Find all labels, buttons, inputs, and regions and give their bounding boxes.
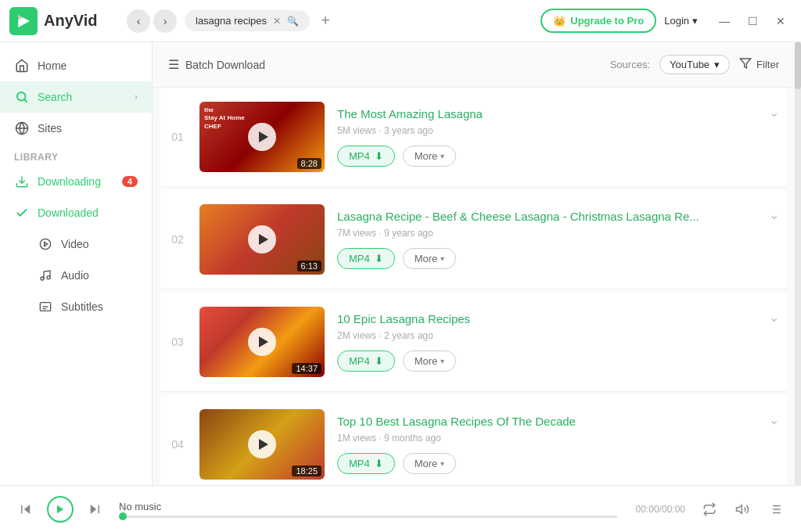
- sidebar-item-downloading[interactable]: Downloading 4: [0, 166, 152, 197]
- next-button[interactable]: [81, 496, 108, 523]
- more-button[interactable]: More ▾: [403, 146, 457, 167]
- more-chevron-icon: ▾: [440, 357, 444, 365]
- sites-label: Sites: [38, 122, 138, 135]
- svg-marker-20: [737, 505, 742, 513]
- thumb-duration: 14:37: [292, 363, 321, 374]
- mp4-button[interactable]: MP4 ⬇: [337, 350, 395, 372]
- upgrade-button[interactable]: 👑 Upgrade to Pro: [541, 9, 656, 33]
- header-right: Sources: YouTube ▾ Filter: [610, 55, 779, 74]
- play-overlay[interactable]: [248, 328, 276, 356]
- active-tab[interactable]: lasagna recipes ✕ 🔍: [185, 10, 310, 31]
- sidebar-item-downloaded[interactable]: Downloaded: [0, 197, 152, 228]
- main-layout: Home Search › Sites Library Downloading …: [0, 42, 801, 485]
- subtitles-icon: [38, 299, 53, 315]
- video-info: The Most Amazing Lasagna 5M views · 3 ye…: [337, 107, 756, 167]
- batch-download-label: Batch Download: [185, 59, 265, 71]
- new-tab-button[interactable]: +: [314, 10, 336, 32]
- nav-buttons: ‹ ›: [127, 9, 177, 33]
- forward-button[interactable]: ›: [153, 9, 177, 33]
- sidebar-item-subtitles[interactable]: Subtitles: [0, 291, 152, 322]
- back-button[interactable]: ‹: [127, 9, 150, 33]
- audio-icon: [38, 268, 53, 283]
- play-overlay[interactable]: [248, 225, 276, 253]
- thumb-duration: 6:13: [297, 261, 321, 271]
- thumbnail[interactable]: 14:37: [199, 307, 325, 377]
- sources-dropdown[interactable]: YouTube ▾: [659, 55, 730, 74]
- progress-track[interactable]: [119, 516, 617, 518]
- play-button[interactable]: [47, 496, 74, 523]
- collapse-button[interactable]: ⌄: [769, 204, 779, 222]
- downloading-badge: 4: [122, 176, 138, 187]
- more-chevron-icon: ▾: [440, 254, 444, 263]
- home-label: Home: [38, 59, 138, 72]
- mp4-button[interactable]: MP4 ⬇: [337, 146, 395, 167]
- content-area: ☰ Batch Download Sources: YouTube ▾ Filt…: [153, 42, 795, 485]
- logo-area: AnyVid: [9, 7, 119, 35]
- thumb-duration: 8:28: [297, 158, 321, 169]
- video-title[interactable]: 10 Epic Lasagna Recipes: [337, 312, 756, 325]
- sidebar-item-home[interactable]: Home: [0, 50, 152, 81]
- minimize-button[interactable]: —: [713, 10, 735, 32]
- thumbnail[interactable]: 6:13: [199, 204, 325, 275]
- source-chevron-icon: ▾: [714, 59, 720, 70]
- sidebar-item-sites[interactable]: Sites: [0, 113, 152, 144]
- subtitles-label: Subtitles: [61, 300, 138, 313]
- thumbnail[interactable]: 18:25: [199, 409, 325, 480]
- play-overlay[interactable]: [248, 430, 276, 458]
- sidebar-item-audio[interactable]: Audio: [0, 260, 152, 291]
- sites-icon: [14, 120, 30, 136]
- close-button[interactable]: ✕: [770, 10, 792, 32]
- downloading-label: Downloading: [38, 175, 114, 188]
- player-right-controls: [696, 496, 788, 523]
- repeat-button[interactable]: [696, 496, 723, 523]
- video-number: 01: [168, 131, 187, 143]
- video-meta: 2M views · 2 years ago: [337, 330, 756, 341]
- download-icon: ⬇: [375, 150, 383, 162]
- thumbnail[interactable]: theStay At HomeCHEF 8:28: [199, 102, 325, 172]
- play-overlay[interactable]: [248, 123, 276, 151]
- sidebar: Home Search › Sites Library Downloading …: [0, 42, 153, 485]
- collapse-button[interactable]: ⌄: [769, 102, 779, 120]
- collapse-button[interactable]: ⌄: [769, 307, 779, 325]
- previous-button[interactable]: [13, 496, 39, 523]
- more-button[interactable]: More ▾: [403, 350, 457, 372]
- sources-label: Sources:: [610, 59, 650, 70]
- more-chevron-icon: ▾: [440, 459, 444, 468]
- sidebar-item-search[interactable]: Search ›: [0, 81, 152, 113]
- more-button[interactable]: More ▾: [403, 453, 457, 474]
- player-controls: [13, 496, 108, 523]
- video-actions: MP4 ⬇ More ▾: [337, 350, 756, 372]
- volume-button[interactable]: [729, 496, 756, 523]
- filter-button[interactable]: Filter: [739, 57, 779, 72]
- filter-label: Filter: [756, 59, 779, 70]
- scrollbar[interactable]: [795, 42, 801, 485]
- mp4-label: MP4: [349, 458, 370, 469]
- more-button[interactable]: More ▾: [403, 248, 457, 269]
- progress-area: No music: [119, 501, 617, 518]
- playlist-button[interactable]: [762, 496, 788, 523]
- maximize-button[interactable]: ☐: [742, 10, 763, 32]
- sidebar-item-video[interactable]: Video: [0, 228, 152, 260]
- filter-icon: [739, 57, 752, 72]
- video-title[interactable]: Lasagna Recipe - Beef & Cheese Lasagna -…: [337, 210, 756, 223]
- tab-close-icon[interactable]: ✕: [273, 16, 281, 27]
- batch-download-button[interactable]: ☰ Batch Download: [168, 57, 265, 72]
- video-title[interactable]: Top 10 Best Lasagna Recipes Of The Decad…: [337, 415, 756, 428]
- mp4-button[interactable]: MP4 ⬇: [337, 453, 395, 474]
- svg-marker-17: [57, 505, 63, 513]
- mp4-label: MP4: [349, 150, 370, 162]
- mp4-button[interactable]: MP4 ⬇: [337, 248, 395, 269]
- mp4-label: MP4: [349, 253, 370, 264]
- svg-marker-14: [740, 59, 750, 68]
- video-number: 02: [168, 233, 187, 246]
- thumb-duration: 18:25: [292, 466, 321, 476]
- video-meta: 7M views · 9 years ago: [337, 228, 756, 239]
- titlebar: AnyVid ‹ › lasagna recipes ✕ 🔍 + 👑 Upgra…: [0, 0, 801, 42]
- scrollbar-thumb[interactable]: [795, 42, 801, 89]
- video-title[interactable]: The Most Amazing Lasagna: [337, 107, 756, 120]
- video-number: 03: [168, 336, 187, 348]
- svg-point-10: [47, 276, 50, 279]
- login-button[interactable]: Login ▾: [664, 15, 698, 27]
- collapse-button[interactable]: ⌄: [769, 409, 779, 427]
- video-info: Lasagna Recipe - Beef & Cheese Lasagna -…: [337, 210, 756, 269]
